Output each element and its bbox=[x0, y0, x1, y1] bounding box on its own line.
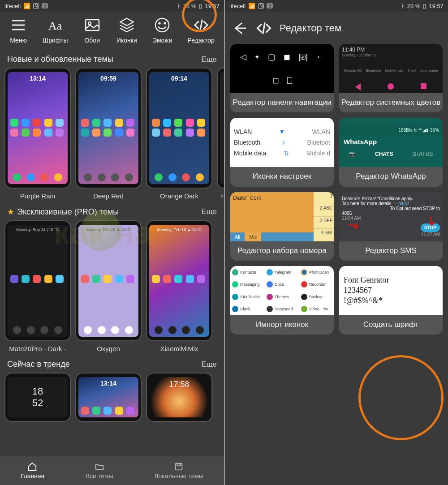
app-name: PhotoScan bbox=[309, 270, 329, 275]
dial-key: 2 ABC bbox=[314, 204, 334, 217]
dial-key: 3 DEF bbox=[314, 217, 334, 229]
theme-name: Oxygen bbox=[75, 341, 142, 352]
theme-card[interactable]: 13:14 bbox=[75, 373, 142, 424]
themes-home-screen: lifecell 📶 N 3 ᚼ 28 % ▯ 19:57 Меню Aa Шр… bbox=[0, 0, 224, 485]
card-import-icons[interactable]: Contacts Telegram PhotoScan Messaging Do… bbox=[230, 266, 334, 335]
section-title: Сейчас в тренде bbox=[7, 360, 70, 369]
bluetooth-icon: ᚼ bbox=[401, 3, 405, 9]
back-icon[interactable] bbox=[231, 20, 248, 37]
theme-card[interactable]: 17:58 bbox=[146, 373, 212, 424]
theme-clock: Monday, Feb 19 ▲ 24°C bbox=[81, 227, 136, 232]
app-name: Telegram bbox=[275, 270, 291, 275]
theme-name: Purple Rain bbox=[4, 189, 71, 200]
star-icon: ★ bbox=[7, 207, 14, 217]
svg-rect-10 bbox=[176, 464, 182, 470]
battery-icon: ▯ bbox=[423, 3, 426, 9]
dialer-tab: Dialer bbox=[233, 195, 247, 201]
theme-card[interactable]: Monday, Feb 19 ▲ 24°C XiaomiMiMix bbox=[146, 220, 212, 352]
font-sample: 1234567 bbox=[344, 285, 372, 296]
theme-clock: Monday, Sep 24 | 10 °C bbox=[10, 227, 65, 232]
nfc-icon: N bbox=[33, 3, 39, 9]
nav-all-themes[interactable]: Все темы bbox=[86, 462, 113, 480]
theme-clock: 09:59 bbox=[81, 75, 136, 82]
wa-tab: STATUS bbox=[413, 151, 433, 157]
card-whatsapp-editor[interactable]: 166B/s ⇅ ⁴ᴳ◢▮ 35% WhatsApp 📷 CHATS STATU… bbox=[339, 118, 443, 186]
card-create-font[interactable]: Font Genrator 1234567 !@#$%^&* Создать ш… bbox=[339, 266, 443, 335]
section-more-link[interactable]: Еще bbox=[201, 360, 217, 369]
theme-clock: 09:14 bbox=[152, 75, 207, 82]
qs-label: Mobile data bbox=[385, 69, 403, 73]
wallpapers-button[interactable]: Обои bbox=[83, 16, 101, 44]
code-icon bbox=[255, 20, 272, 37]
section-title: Эксклюзивные (PRO) темы bbox=[17, 207, 119, 217]
font-icon: Aa bbox=[46, 16, 64, 34]
dial-key: 4 GHI bbox=[314, 229, 334, 241]
wa-title: WhatsApp bbox=[339, 135, 443, 148]
theme-card[interactable]: H bbox=[217, 68, 224, 200]
editor-title: Редактор тем bbox=[280, 22, 341, 34]
card-dialer-editor[interactable]: DialerCont AllMis 1 2 ABC 3 DEF 4 GHI Ре… bbox=[230, 192, 334, 261]
sms-text: 4055 bbox=[342, 211, 440, 216]
fonts-button[interactable]: Aa Шрифты bbox=[43, 16, 68, 44]
menu-button[interactable]: Меню bbox=[9, 16, 27, 44]
svg-text:Aa: Aa bbox=[48, 19, 62, 32]
pro-themes-row[interactable]: Monday, Sep 24 | 10 °C Mate20Pro - Dark … bbox=[0, 220, 224, 355]
app-name: Snapseed bbox=[275, 307, 293, 311]
section-more-link[interactable]: Еще bbox=[201, 207, 217, 216]
trending-themes-row[interactable]: 18 52 13:14 17:58 bbox=[0, 373, 224, 426]
top-toolbar: Меню Aa Шрифты Обои Иконки Эможи Редакто… bbox=[0, 12, 224, 50]
save-icon bbox=[174, 462, 184, 472]
section-header-pro: ★ Эксклюзивные (PRO) темы Еще bbox=[0, 202, 224, 220]
qs-label: Kokode-5G bbox=[344, 69, 362, 73]
notification-count-badge: 3 bbox=[42, 3, 48, 9]
new-themes-row[interactable]: 13:14 Purple Rain 09:59 Deep Red 09:14 O… bbox=[0, 68, 224, 202]
theme-name: Orange Dark bbox=[146, 189, 212, 200]
card-nav-editor[interactable]: ◁✦▢◼ [⎚]←◻⎕ Редактор панели навигации bbox=[230, 44, 334, 112]
wallpapers-label: Обои bbox=[84, 37, 100, 44]
nav-home[interactable]: Главная bbox=[21, 462, 44, 480]
notification-count-badge: 3 bbox=[267, 3, 273, 9]
app-name: Docs bbox=[275, 282, 284, 287]
theme-name: Deep Red bbox=[75, 189, 142, 200]
theme-card[interactable]: Monday, Sep 24 | 10 °C Mate20Pro - Dark … bbox=[4, 220, 71, 352]
card-sms-editor[interactable]: Domino's Pizzas! *Conditions apply. Tap … bbox=[339, 192, 443, 261]
card-label: Редактор набора номера bbox=[230, 241, 334, 261]
picture-icon bbox=[83, 16, 101, 34]
sms-text: Domino's Pizzas! *Conditions apply. bbox=[342, 196, 440, 201]
theme-card[interactable]: 09:59 Deep Red bbox=[75, 68, 142, 200]
theme-card[interactable]: Monday, Feb 19 ▲ 24°C Oxygen bbox=[75, 220, 142, 352]
editor-header: Редактор тем bbox=[225, 12, 448, 44]
theme-name: XiaomiMiMix bbox=[146, 341, 212, 352]
emoji-button[interactable]: Эможи bbox=[152, 16, 172, 44]
highlight-circle bbox=[358, 355, 444, 440]
section-header-trend: Сейчас в тренде Еще bbox=[0, 355, 224, 373]
sys-time: 11:40 PM bbox=[342, 47, 440, 53]
signal-icon: 📶 bbox=[248, 3, 255, 9]
nav-label: Локальные темы bbox=[154, 472, 203, 480]
folder-icon bbox=[95, 462, 104, 472]
preview-settings: WLAN▼WLAN BluetoothᚼBluetoot Mobile data… bbox=[230, 118, 334, 167]
card-settings-icons[interactable]: WLAN▼WLAN BluetoothᚼBluetoot Mobile data… bbox=[230, 118, 334, 186]
theme-card[interactable]: 13:14 Purple Rain bbox=[4, 68, 71, 200]
preview-whatsapp: 166B/s ⇅ ⁴ᴳ◢▮ 35% WhatsApp 📷 CHATS STATU… bbox=[339, 118, 443, 167]
section-header-new: Новые и обновленные темы Еще bbox=[0, 50, 224, 68]
theme-card[interactable]: 09:14 Orange Dark bbox=[146, 68, 212, 200]
card-label: Создать шрифт bbox=[339, 315, 443, 335]
theme-clock: Monday, Feb 19 ▲ 24°C bbox=[152, 227, 207, 232]
wa-tab: CHATS bbox=[375, 151, 393, 157]
qs-label: Silent bbox=[407, 69, 416, 73]
nav-local-themes[interactable]: Локальные темы bbox=[154, 462, 203, 480]
card-system-colors[interactable]: 11:40 PM Sunday, October 15 Kokode-5G Bl… bbox=[339, 44, 443, 112]
theme-card[interactable]: 18 52 bbox=[4, 373, 71, 424]
wa-status: 166B/s ⇅ ⁴ᴳ◢▮ 35% bbox=[339, 125, 443, 135]
settings-row: WLAN bbox=[234, 128, 252, 135]
preview-font: Font Genrator 1234567 !@#$%^&* bbox=[339, 266, 443, 315]
layers-icon bbox=[118, 16, 136, 34]
svg-point-5 bbox=[88, 22, 91, 25]
section-more-link[interactable]: Еще bbox=[201, 55, 217, 64]
sms-text: Tap here for more details → bbox=[342, 201, 397, 206]
icons-button[interactable]: Иконки bbox=[116, 16, 137, 44]
emoji-icon bbox=[153, 16, 171, 34]
nfc-icon: N bbox=[258, 3, 264, 9]
settings-row-right: Mobile d bbox=[306, 150, 330, 157]
